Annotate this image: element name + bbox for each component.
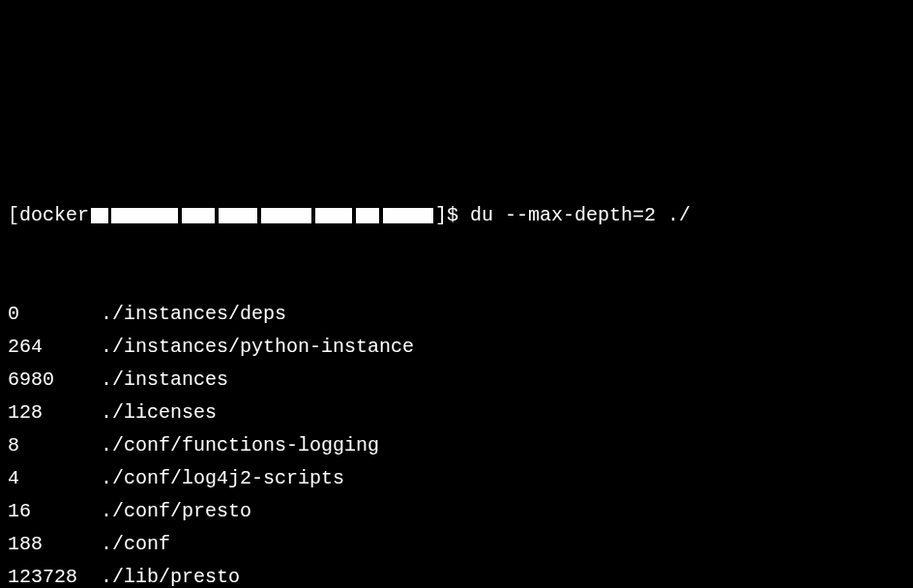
redacted-block <box>383 208 433 223</box>
du-size: 264 <box>8 331 101 364</box>
du-path: ./conf/functions-logging <box>101 429 379 462</box>
du-path: ./lib/presto <box>101 561 240 588</box>
command-text: du --max-depth=2 ./ <box>470 199 691 232</box>
du-line: 123728./lib/presto <box>8 561 905 588</box>
prompt-end: ]$ <box>435 199 470 232</box>
du-line: 128./licenses <box>8 397 905 429</box>
du-output: 0./instances/deps264./instances/python-i… <box>8 298 905 588</box>
du-path: ./licenses <box>101 397 217 429</box>
du-path: ./instances/python-instance <box>101 331 414 364</box>
du-size: 4 <box>8 462 101 495</box>
redacted-block <box>356 208 379 223</box>
redacted-block <box>261 208 311 223</box>
terminal-output[interactable]: [docker ]$ du --max-depth=2 ./ 0./instan… <box>8 133 905 588</box>
du-line: 0./instances/deps <box>8 298 905 331</box>
du-path: ./conf/log4j2-scripts <box>101 462 344 495</box>
du-size: 16 <box>8 495 101 528</box>
du-size: 0 <box>8 298 101 331</box>
redacted-block <box>219 208 257 223</box>
du-size: 123728 <box>8 561 101 588</box>
du-path: ./conf/presto <box>101 495 251 528</box>
du-path: ./conf <box>101 528 170 561</box>
du-path: ./instances <box>101 364 228 397</box>
redacted-block <box>182 208 215 223</box>
du-line: 6980./instances <box>8 364 905 397</box>
du-size: 128 <box>8 397 101 429</box>
du-size: 188 <box>8 528 101 561</box>
du-size: 8 <box>8 429 101 462</box>
redacted-block <box>91 208 178 223</box>
du-line: 8./conf/functions-logging <box>8 429 905 462</box>
du-path: ./instances/deps <box>101 298 286 331</box>
du-line: 188./conf <box>8 528 905 561</box>
redacted-block <box>315 208 352 223</box>
du-line: 16./conf/presto <box>8 495 905 528</box>
du-line: 4./conf/log4j2-scripts <box>8 462 905 495</box>
prompt-line: [docker ]$ du --max-depth=2 ./ <box>8 199 905 232</box>
du-line: 264./instances/python-instance <box>8 331 905 364</box>
du-size: 6980 <box>8 364 101 397</box>
prompt-user-open: [docker <box>8 199 89 232</box>
